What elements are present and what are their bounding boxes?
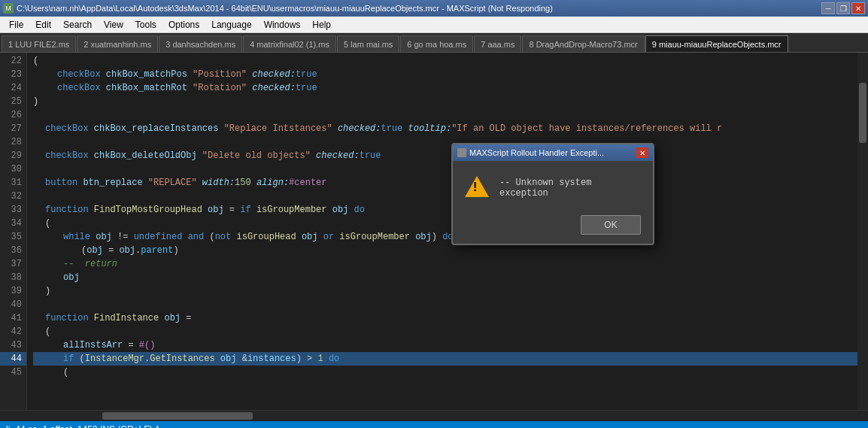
code-line-36: ( obj = obj . parent ) (33, 244, 857, 257)
code-line-35: while obj != undefined and ( not isGroup… (33, 230, 857, 244)
ln-26: 26 (0, 108, 26, 122)
ln-33: 33 (0, 203, 26, 217)
menu-bar: File Edit Search View Tools Options Lang… (0, 17, 868, 33)
code-line-27: checkBox chkBox_replaceInstances "Replac… (33, 122, 857, 135)
warning-icon-container (465, 176, 489, 200)
window-title: C:\Users\nam.nh\AppData\Local\Autodesk\3… (17, 4, 553, 13)
tab-5[interactable]: 6 go ma hoa.ms (400, 35, 473, 52)
modal-body: -- Unknown system exception (453, 161, 653, 209)
ln-27: 27 (0, 122, 26, 135)
code-line-44: if ( InstanceMgr . GetInstances obj & in… (33, 352, 857, 366)
code-line-43: allInstsArr = #() (33, 338, 857, 352)
ln-41: 41 (0, 311, 26, 325)
status-text: li=44 co=1 offset=1452 INS (CR+LF) A (6, 424, 160, 428)
code-area[interactable]: ( checkBox chkBox_matchPos "Position" ch… (27, 53, 857, 410)
tab-0[interactable]: 1 LUU FILE2.ms (2, 35, 76, 52)
close-button[interactable]: ✕ (851, 2, 865, 14)
ln-25: 25 (0, 95, 26, 108)
ln-42: 42 (0, 325, 26, 338)
tab-6[interactable]: 7 aaa.ms (474, 35, 521, 52)
ln-37: 37 (0, 257, 26, 271)
ln-34: 34 (0, 217, 26, 230)
modal-title-bar: MAXScript Rollout Handler Excepti... ✕ (453, 144, 653, 161)
code-line-45: ( (33, 366, 857, 379)
menu-tools[interactable]: Tools (129, 18, 162, 32)
modal-close-button[interactable]: ✕ (636, 147, 648, 158)
ln-23: 23 (0, 68, 26, 81)
code-line-34: ( (33, 217, 857, 230)
code-line-39: ) (33, 284, 857, 298)
restore-button[interactable]: ❐ (836, 2, 850, 14)
code-line-22: ( (33, 54, 857, 68)
menu-options[interactable]: Options (162, 18, 205, 32)
tab-4[interactable]: 5 lam mai.ms (337, 35, 399, 52)
menu-file[interactable]: File (3, 18, 29, 32)
modal-icon (457, 148, 466, 157)
tab-3[interactable]: 4 matrixfinal02 (1).ms (243, 35, 336, 52)
code-line-37: -- return (33, 257, 857, 271)
code-line-30 (33, 162, 857, 176)
h-scrollbar-thumb[interactable] (102, 412, 253, 420)
modal-message: -- Unknown system exception (499, 178, 641, 199)
h-scrollbar-left (0, 411, 27, 421)
warning-triangle-icon (465, 176, 489, 197)
status-bar: li=44 co=1 offset=1452 INS (CR+LF) A (0, 420, 868, 428)
tab-2[interactable]: 3 danhsachden.ms (159, 35, 242, 52)
menu-help[interactable]: Help (306, 18, 337, 32)
modal-ok-button[interactable]: OK (581, 215, 641, 235)
horizontal-scrollbar[interactable] (0, 410, 868, 420)
menu-search[interactable]: Search (57, 18, 98, 32)
vertical-scrollbar[interactable] (857, 53, 868, 410)
menu-view[interactable]: View (98, 18, 129, 32)
modal-title: MAXScript Rollout Handler Excepti... (469, 148, 604, 157)
code-line-42: ( (33, 325, 857, 338)
ln-24: 24 (0, 81, 26, 95)
ln-35: 35 (0, 230, 26, 244)
menu-language[interactable]: Language (205, 18, 257, 32)
title-bar: M C:\Users\nam.nh\AppData\Local\Autodesk… (0, 0, 868, 17)
modal-footer: OK (453, 209, 653, 244)
menu-edit[interactable]: Edit (29, 18, 57, 32)
code-line-31: button btn_replace "REPLACE" width:150 a… (33, 176, 857, 190)
ln-30: 30 (0, 162, 26, 176)
h-scrollbar-track[interactable] (27, 411, 868, 421)
ln-22: 22 (0, 54, 26, 68)
ln-32: 32 (0, 190, 26, 203)
code-line-28 (33, 135, 857, 149)
code-line-26 (33, 108, 857, 122)
code-line-40 (33, 298, 857, 311)
scrollbar-thumb[interactable] (859, 83, 866, 143)
code-line-41: function FindInstance obj = (33, 311, 857, 325)
app-window: M C:\Users\nam.nh\AppData\Local\Autodesk… (0, 0, 868, 428)
ln-43: 43 (0, 338, 26, 352)
ln-36: 36 (0, 244, 26, 257)
ln-40: 40 (0, 298, 26, 311)
tab-1[interactable]: 2 xuatmanhinh.ms (77, 35, 158, 52)
minimize-button[interactable]: ─ (821, 2, 835, 14)
code-line-25: ) (33, 95, 857, 108)
line-numbers: 22 23 24 25 26 27 28 29 30 31 32 33 34 3… (0, 53, 27, 410)
modal-dialog: MAXScript Rollout Handler Excepti... ✕ -… (451, 143, 654, 245)
code-line-33: function FindTopMostGroupHead obj = if i… (33, 203, 857, 217)
code-line-32 (33, 190, 857, 203)
ln-45: 45 (0, 366, 26, 379)
ln-28: 28 (0, 135, 26, 149)
menu-windows[interactable]: Windows (258, 18, 307, 32)
code-line-29: checkBox chkBox_deleteOldObj "Delete old… (33, 149, 857, 162)
ln-38: 38 (0, 271, 26, 284)
ln-39: 39 (0, 284, 26, 298)
window-controls: ─ ❐ ✕ (821, 2, 865, 14)
tab-7[interactable]: 8 DragAndDrop-Macro73.mcr (522, 35, 644, 52)
code-line-23: checkBox chkBox_matchPos "Position" chec… (33, 68, 857, 81)
code-line-24: checkBox chkBox_matchRot "Rotation" chec… (33, 81, 857, 95)
app-icon: M (3, 3, 14, 14)
ln-44: 44 (0, 352, 26, 366)
ln-31: 31 (0, 176, 26, 190)
tab-bar: 1 LUU FILE2.ms 2 xuatmanhinh.ms 3 danhsa… (0, 33, 868, 53)
ln-29: 29 (0, 149, 26, 162)
tab-8[interactable]: 9 miauu-miauuReplaceObjects.mcr (645, 35, 788, 52)
code-line-38: obj (33, 271, 857, 284)
editor-container: 22 23 24 25 26 27 28 29 30 31 32 33 34 3… (0, 53, 868, 410)
